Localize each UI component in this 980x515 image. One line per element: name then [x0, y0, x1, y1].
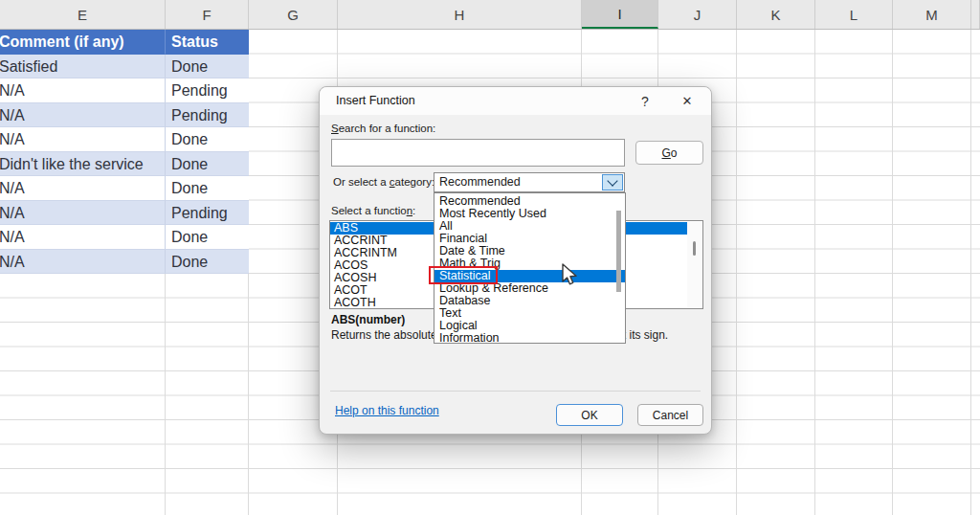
- function-signature: ABS(number): [331, 313, 405, 326]
- cell[interactable]: N/A: [0, 176, 166, 201]
- gridline: [892, 30, 893, 515]
- table-row: N/APending: [0, 201, 249, 226]
- cell[interactable]: N/A: [0, 250, 166, 275]
- cell[interactable]: Status: [166, 30, 249, 55]
- column-header-I[interactable]: I: [582, 0, 658, 29]
- column-header-G[interactable]: G: [249, 0, 338, 29]
- category-item-information[interactable]: Information: [434, 332, 625, 345]
- category-combobox[interactable]: Recommended: [434, 172, 625, 192]
- column-header-stub: [971, 0, 980, 29]
- mouse-cursor: [560, 263, 579, 291]
- table-row: Didn't like the serviceDone: [0, 152, 249, 177]
- column-header-row: EFGHIJKLM: [0, 0, 980, 30]
- table-row: N/ADone: [0, 176, 249, 201]
- table-header-row: Comment (if any)Status: [0, 30, 249, 55]
- cell[interactable]: Done: [166, 176, 249, 201]
- cell[interactable]: Done: [166, 225, 249, 250]
- chevron-down-icon[interactable]: [602, 174, 623, 190]
- table-row: N/APending: [0, 103, 249, 128]
- function-list-scrollbar[interactable]: [687, 222, 702, 307]
- cell[interactable]: Done: [166, 152, 249, 177]
- cell[interactable]: Done: [166, 55, 249, 79]
- cell[interactable]: Pending: [166, 201, 249, 226]
- table-row: N/ADone: [0, 127, 249, 152]
- dropdown-scrollbar-thumb[interactable]: [616, 211, 621, 292]
- cell[interactable]: N/A: [0, 201, 166, 226]
- cell[interactable]: Done: [166, 250, 249, 275]
- table-row: N/ADone: [0, 225, 249, 250]
- cell[interactable]: Satisfied: [0, 55, 166, 79]
- insert-function-dialog: Insert Function ? ✕ Search for a functio…: [319, 86, 712, 435]
- close-icon[interactable]: ✕: [674, 89, 701, 113]
- search-label: Search for a function:: [331, 123, 435, 134]
- category-label: Or select a category:: [333, 176, 434, 188]
- select-function-label: Select a function:: [331, 205, 415, 216]
- column-header-K[interactable]: K: [737, 0, 815, 29]
- column-header-E[interactable]: E: [0, 0, 166, 29]
- dialog-title: Insert Function: [336, 94, 415, 107]
- footer-divider: [330, 391, 701, 392]
- gridline: [970, 30, 971, 515]
- column-header-L[interactable]: L: [815, 0, 893, 29]
- category-combobox-value: Recommended: [439, 173, 521, 191]
- annotation-red-box: [429, 266, 498, 284]
- cell[interactable]: N/A: [0, 78, 166, 103]
- excel-window: EFGHIJKLM Comment (if any)StatusSatisfie…: [0, 0, 980, 515]
- table-row: SatisfiedDone: [0, 55, 249, 79]
- scrollbar-thumb[interactable]: [693, 241, 696, 256]
- column-header-M[interactable]: M: [893, 0, 971, 29]
- column-header-H[interactable]: H: [338, 0, 582, 29]
- ok-button[interactable]: OK: [556, 404, 623, 426]
- dialog-help-button[interactable]: ?: [632, 89, 658, 113]
- gridline: [814, 30, 815, 515]
- data-table[interactable]: Comment (if any)StatusSatisfiedDoneN/APe…: [0, 30, 249, 274]
- cancel-button[interactable]: Cancel: [637, 404, 703, 426]
- column-header-J[interactable]: J: [658, 0, 737, 29]
- cell[interactable]: Didn't like the service: [0, 152, 166, 177]
- cell[interactable]: Pending: [166, 103, 249, 128]
- help-on-function-link[interactable]: Help on this function: [335, 404, 439, 417]
- table-row: N/APending: [0, 78, 249, 103]
- category-item-most-recently-used[interactable]: Most Recently Used: [434, 208, 625, 220]
- cell[interactable]: Comment (if any): [0, 30, 166, 55]
- cell[interactable]: N/A: [0, 103, 166, 128]
- cell[interactable]: N/A: [0, 127, 166, 152]
- dialog-titlebar: Insert Function ? ✕: [320, 87, 711, 115]
- search-function-input[interactable]: [331, 139, 625, 167]
- go-button[interactable]: Go: [635, 141, 703, 165]
- cell[interactable]: Done: [166, 127, 249, 152]
- table-row: N/ADone: [0, 250, 249, 275]
- category-item-database[interactable]: Database: [434, 295, 625, 307]
- cell[interactable]: Pending: [166, 78, 249, 103]
- cell[interactable]: N/A: [0, 225, 166, 250]
- gridline: [736, 30, 737, 515]
- column-header-F[interactable]: F: [166, 0, 249, 29]
